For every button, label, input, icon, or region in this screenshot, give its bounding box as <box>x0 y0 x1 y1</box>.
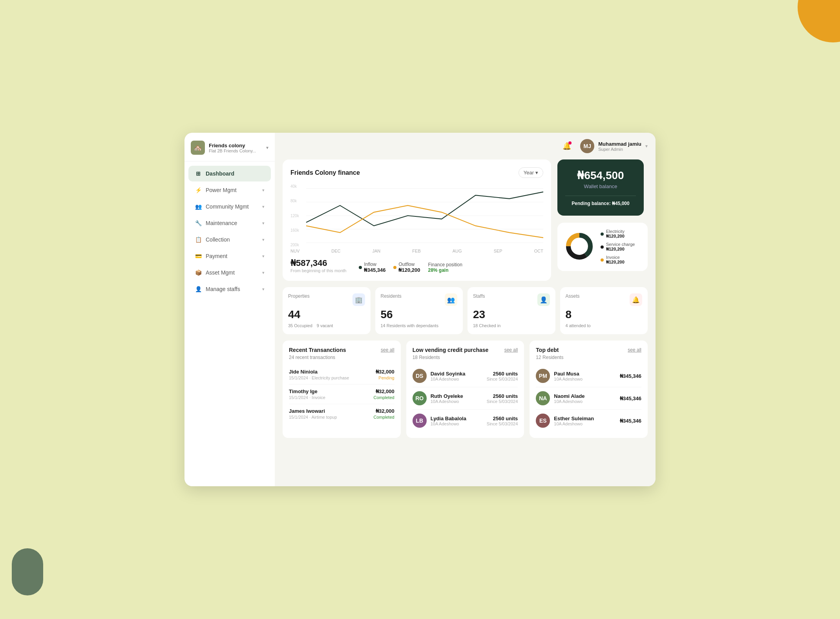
tx-card-header: Recent Transanctions see all <box>289 347 394 353</box>
sidebar-item-power-mgmt[interactable]: ⚡ Power Mgmt ▾ <box>188 182 271 198</box>
residents-icon: 👥 <box>445 293 457 306</box>
donut-service-charge: Service charge ₦120,200 <box>601 242 635 252</box>
chart-legend: Inflow ₦345,346 Outflow ₦120,200 <box>359 262 462 273</box>
debt-item: PM Paul Musa 10A Adeshowo ₦345,346 <box>536 365 641 387</box>
vend-info: Lydia Babalola 10A Adeshowo <box>431 416 483 426</box>
outflow-value: ₦120,200 <box>398 267 420 273</box>
chart-area: 200k160k120k80k40k <box>290 184 543 247</box>
finance-title: Friends Colony finance <box>290 169 360 176</box>
nav-label-staff: Manage staffs <box>206 286 240 292</box>
inflow-label: Inflow <box>364 262 385 267</box>
service-dot <box>601 245 604 249</box>
finance-chart-header: Friends Colony finance Year ▾ <box>290 167 543 178</box>
sidebar-item-payment[interactable]: 💳 Payment ▾ <box>188 248 271 264</box>
total-sub: From beginning of this month <box>290 268 346 273</box>
stat-sub-properties: 35 Occupied 9 vacant <box>288 323 365 328</box>
power-icon: ⚡ <box>195 187 202 194</box>
user-menu[interactable]: MJ Muhammad jamiu Super Admin ▾ <box>580 139 648 153</box>
logo-image: 🏘️ <box>191 141 205 155</box>
maintenance-icon: 🔧 <box>195 220 202 227</box>
vend-title: Low vending credit purchase <box>413 347 489 353</box>
wallet-label: Wallet balance <box>584 183 617 189</box>
logo-chevron-icon: ▾ <box>266 145 268 150</box>
sidebar-item-community-mgmt[interactable]: 👥 Community Mgmt ▾ <box>188 199 271 214</box>
stat-properties: Properties 🏢 44 35 Occupied 9 vacant <box>283 287 371 334</box>
chevron-icon: ▾ <box>262 204 265 209</box>
stat-value-assets: 8 <box>566 308 643 321</box>
debt-info: Paul Musa 10A Adeshowo <box>554 371 616 381</box>
sidebar-item-dashboard[interactable]: ⊞ Dashboard <box>188 166 271 181</box>
user-avatar: MJ <box>580 139 594 153</box>
sidebar-item-maintenance[interactable]: 🔧 Maintenance ▾ <box>188 215 271 231</box>
line-chart <box>306 184 543 247</box>
donut-section: Electricity ₦120,200 Service charge ₦120… <box>557 223 648 271</box>
chart-footer: ₦587,346 From beginning of this month In… <box>290 258 543 273</box>
debt-item: ES Esther Suleiman 10A Adeshowo ₦345,346 <box>536 410 641 432</box>
transaction-item: Jide Niniola 15/1/2024 · Electricity pur… <box>289 365 394 385</box>
user-role: Super Admin <box>598 147 641 152</box>
logo-text: Friends colony Flat 2B Friends Colony... <box>209 143 262 153</box>
stat-value-properties: 44 <box>288 308 365 321</box>
stats-row: Properties 🏢 44 35 Occupied 9 vacant Res… <box>283 287 648 334</box>
finance-section: Friends Colony finance Year ▾ 200k160k12… <box>283 159 648 281</box>
bottom-section: Recent Transanctions see all 24 recent t… <box>283 341 648 438</box>
right-panel: ₦654,500 Wallet balance Pending balance:… <box>557 159 648 281</box>
user-name: Muhammad jamiu <box>598 141 641 147</box>
year-filter-button[interactable]: Year ▾ <box>519 167 543 178</box>
chevron-icon: ▾ <box>262 237 265 242</box>
svg-point-9 <box>572 239 586 253</box>
community-icon: 👥 <box>195 203 202 210</box>
tx-see-all[interactable]: see all <box>381 347 394 353</box>
vend-see-all[interactable]: see all <box>504 347 518 353</box>
staff-icon: 👤 <box>195 286 202 293</box>
low-vending-card: Low vending credit purchase see all 18 R… <box>406 341 524 438</box>
debt-see-all[interactable]: see all <box>628 347 641 353</box>
debt-title: Top debt <box>536 347 559 353</box>
stat-label-staffs: Staffs <box>473 293 485 299</box>
top-debt-card: Top debt see all 12 Residents PM Paul Mu… <box>530 341 648 438</box>
chevron-icon: ▾ <box>262 188 265 193</box>
stat-value-residents: 56 <box>381 308 458 321</box>
vend-item: DS David Soyinka 10A Adeshowo 2560 units… <box>413 365 518 387</box>
vend-info: David Soyinka 10A Adeshowo <box>431 371 483 381</box>
notification-button[interactable]: 🔔 <box>560 139 574 153</box>
asset-icon: 📦 <box>195 269 202 276</box>
stat-header-properties: Properties 🏢 <box>288 293 365 306</box>
sidebar-item-collection[interactable]: 📋 Collection ▾ <box>188 232 271 247</box>
stat-header-residents: Residents 👥 <box>381 293 458 306</box>
debt-amount: ₦345,346 <box>620 418 641 424</box>
vend-card-header: Low vending credit purchase see all <box>413 347 518 353</box>
inflow-legend: Inflow ₦345,346 <box>359 262 385 273</box>
nav-label-dashboard: Dashboard <box>206 170 234 177</box>
stat-label-residents: Residents <box>381 293 402 299</box>
debt-sub: 12 Residents <box>536 355 641 360</box>
vend-avatar: DS <box>413 369 427 383</box>
debt-info: Naomi Alade 10A Adeshowo <box>554 393 616 404</box>
y-axis-labels: 200k160k120k80k40k <box>290 184 305 247</box>
stat-sub-residents: 14 Residents with dependants <box>381 323 458 328</box>
transaction-item: Timothy Ige 15/1/2024 · Invoice ₦32,000 … <box>289 385 394 404</box>
tx-sub: 24 recent transactions <box>289 355 394 360</box>
sidebar-item-manage-staffs[interactable]: 👤 Manage staffs ▾ <box>188 281 271 297</box>
finance-chart-card: Friends Colony finance Year ▾ 200k160k12… <box>283 159 551 281</box>
sidebar-item-asset-mgmt[interactable]: 📦 Asset Mgmt ▾ <box>188 265 271 280</box>
sidebar-logo[interactable]: 🏘️ Friends colony Flat 2B Friends Colony… <box>184 133 275 161</box>
outflow-legend: Outflow ₦120,200 <box>393 262 420 273</box>
debt-amount: ₦345,346 <box>620 396 641 401</box>
dashboard-icon: ⊞ <box>195 170 202 177</box>
wallet-balance: ₦654,500 <box>577 169 624 182</box>
nav-label-power: Power Mgmt <box>206 187 237 193</box>
notification-dot <box>568 141 572 145</box>
gain-value: 28% gain <box>428 267 462 273</box>
debt-avatar: ES <box>536 414 550 428</box>
donut-electricity: Electricity ₦120,200 <box>601 229 635 239</box>
vend-avatar: LB <box>413 414 427 428</box>
vend-item: LB Lydia Babalola 10A Adeshowo 2560 unit… <box>413 410 518 432</box>
payment-icon: 💳 <box>195 253 202 260</box>
user-text: Muhammad jamiu Super Admin <box>598 141 641 152</box>
properties-icon: 🏢 <box>352 293 365 306</box>
nav-label-community: Community Mgmt <box>206 203 249 210</box>
colony-sub: Flat 2B Friends Colony... <box>209 148 262 153</box>
stat-label-assets: Assets <box>566 293 580 299</box>
outflow-label: Outflow <box>398 262 420 267</box>
